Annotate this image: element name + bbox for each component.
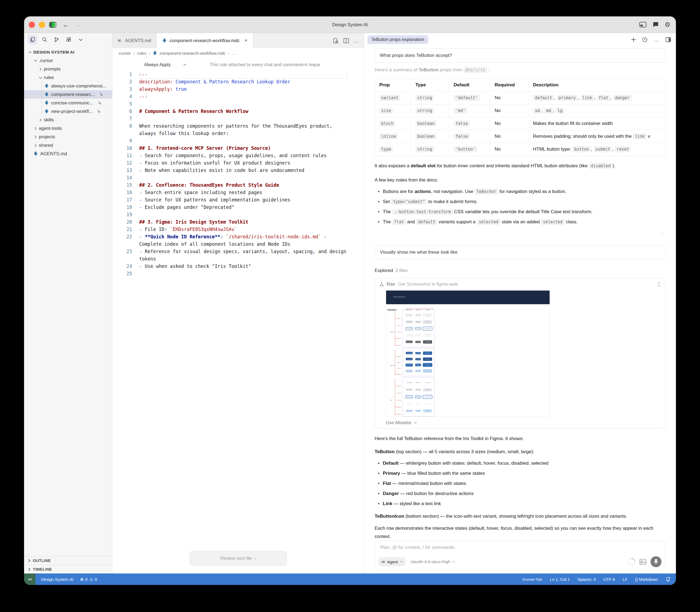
line-number: 10 [112, 144, 139, 152]
message-actions-icon[interactable]: … [660, 228, 665, 234]
notifications-bell-icon[interactable] [665, 577, 671, 582]
tree-item[interactable]: concise-communic...↳ [24, 99, 112, 107]
settings-gear-icon[interactable]: ⚙ [664, 21, 671, 28]
tree-item[interactable]: projects [24, 133, 112, 141]
code-line: 7 [112, 115, 364, 123]
line-number: 5 [112, 100, 139, 108]
back-button[interactable]: ← [62, 21, 69, 29]
new-chat-icon[interactable] [631, 37, 636, 42]
breadcrumb[interactable]: .cursor›rules›component-research-workflo… [112, 48, 364, 58]
warnings-icon: ⚠ [89, 577, 93, 582]
more-options-icon[interactable]: … [654, 37, 660, 43]
more-actions-icon[interactable]: … [354, 38, 360, 44]
editor-tab[interactable]: component-research-workflow.mdc× [157, 33, 253, 48]
follow-link-icon[interactable]: ↳ [97, 109, 101, 114]
statusbar-item[interactable]: Spaces: 4 [577, 577, 596, 582]
figma-button-sample: Lorem Ipsum [415, 341, 421, 343]
rule-type-dropdown[interactable]: Always Apply [144, 62, 210, 67]
tree-item[interactable]: .cursor [24, 56, 112, 65]
follow-link-icon[interactable]: ↳ [98, 100, 102, 106]
list-item: •Buttons are for actions, not navigation… [375, 187, 665, 196]
minimize-window-button[interactable] [39, 22, 45, 28]
toggle-panel-icon[interactable] [665, 37, 671, 42]
chevron-right-icon [33, 127, 38, 130]
tree-item[interactable]: DESIGN SYSTEM AI [24, 48, 112, 56]
close-window-button[interactable] [29, 22, 35, 28]
voice-input-button[interactable] [650, 556, 661, 567]
problems-indicator[interactable]: ⊗ 0 ⚠ 0 [80, 577, 97, 582]
editor-tab[interactable]: M↓AGENTS.md [112, 33, 157, 48]
tree-item[interactable]: skills [24, 116, 112, 124]
statusbar-item[interactable]: UTF-8 [603, 577, 615, 582]
chat-tab[interactable]: TeButton props explanation [368, 35, 428, 44]
agent-mode-label: Agent [387, 559, 398, 564]
remote-indicator[interactable]: >< [24, 573, 36, 585]
figma-state-label: Selected ( [390, 341, 401, 349]
forward-button[interactable]: → [75, 21, 82, 29]
line-number: 7 [112, 115, 139, 123]
chat-bubble-icon[interactable] [653, 22, 658, 28]
notes-list: •Buttons are for actions, not navigation… [375, 187, 665, 226]
statusbar-item[interactable]: {} Markdown [635, 577, 658, 582]
screen-share-icon[interactable] [639, 22, 646, 27]
tree-item-label: projects [39, 134, 55, 140]
line-number: 23 [112, 248, 139, 263]
tree-item[interactable]: agent-tools [24, 124, 112, 133]
line-number: 24 [112, 263, 139, 270]
follow-link-icon[interactable]: ↳ [99, 92, 104, 97]
explorer-icon[interactable] [28, 35, 37, 44]
source-control-icon[interactable] [52, 35, 61, 44]
code-line: 15## 2. Confluence: ThousandEyes Product… [112, 181, 364, 189]
attach-image-icon[interactable] [640, 559, 646, 565]
line-number: 14 [112, 174, 139, 181]
chat-messages[interactable]: What props does TeButton accept? Here's … [364, 46, 676, 539]
history-clock-icon[interactable] [642, 37, 647, 42]
explored-files-row[interactable]: Explored 2 files [375, 266, 665, 275]
open-changes-icon[interactable] [333, 38, 339, 43]
line-number: 9 [112, 137, 139, 144]
unfold-icon[interactable] [657, 281, 661, 287]
code-line: 3alwaysApply: true [112, 86, 364, 93]
close-tab-icon[interactable]: × [245, 38, 247, 43]
figma-button-sample: Lorem Ipsum [423, 402, 432, 405]
outline-panel-header[interactable]: OUTLINE [24, 556, 112, 565]
extensions-icon[interactable] [64, 35, 73, 44]
tree-item[interactable]: AGENTS.md [24, 150, 112, 158]
chevron-down-icon[interactable] [76, 35, 85, 44]
line-number: 17 [112, 196, 139, 204]
breadcrumb-item[interactable]: rules [137, 51, 147, 56]
breadcrumb-file[interactable]: component-research-workflow.mdc [160, 51, 225, 56]
code-editor[interactable]: 1---2description: Component & Pattern Re… [112, 71, 364, 573]
tree-item[interactable]: always-use-comprehensi... [24, 82, 112, 90]
toggle-sidebar-icon[interactable] [49, 22, 56, 28]
statusbar-item[interactable]: LF [622, 577, 628, 582]
review-next-file-label: Review next file [220, 556, 252, 561]
tree-item[interactable]: new-project-workfl...↳ [24, 107, 112, 116]
breadcrumb-item[interactable]: .cursor [118, 51, 131, 56]
tree-item[interactable]: rules [24, 73, 112, 82]
model-selector[interactable]: claude-4.6-opus-high [410, 559, 455, 564]
tree-item-label: DESIGN SYSTEM AI [33, 50, 74, 55]
tree-item[interactable]: prompts [24, 65, 112, 73]
line-number: 11 [112, 152, 139, 159]
tool-call-header[interactable]: Ran Get Screenshot in figma-web [375, 278, 665, 290]
tree-item[interactable]: component-researc...↳ [24, 90, 112, 99]
tree-item[interactable]: shared [24, 141, 112, 150]
mcp-tool-icon [379, 282, 384, 287]
review-next-file-button[interactable]: Review next file › [190, 551, 287, 565]
statusbar-project[interactable]: Design System AI [41, 577, 73, 582]
split-editor-icon[interactable] [343, 38, 349, 43]
breadcrumb-symbol[interactable]: … [232, 51, 236, 56]
allowlist-dropdown[interactable]: Use Allowlist [375, 417, 665, 428]
statusbar-item[interactable]: Ln 1, Col 1 [550, 577, 570, 582]
search-icon[interactable] [40, 35, 49, 44]
chevron-down-icon [28, 51, 32, 53]
chat-input[interactable]: Plan, @ for context, / for commands ∞ Ag… [375, 541, 665, 570]
list-item: •The flat and default variants support a… [375, 218, 665, 226]
figma-button-sample: Lorem Ipsum [406, 388, 413, 391]
tree-item-label: skills [44, 117, 54, 123]
statusbar-item[interactable]: Cursor Tab [522, 577, 542, 582]
timeline-panel-header[interactable]: TIMELINE [24, 565, 112, 573]
model-name: claude-4.6-opus-high [410, 559, 450, 564]
agent-mode-dropdown[interactable]: ∞ Agent [378, 557, 406, 566]
